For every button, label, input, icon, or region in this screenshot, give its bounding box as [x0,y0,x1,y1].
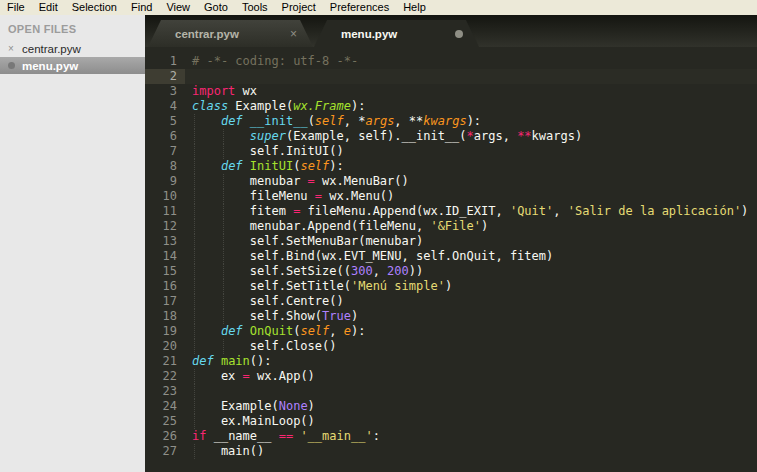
code-token: ) [741,204,748,218]
code-token: self.Centre() [192,294,344,308]
code-line-8[interactable]: def InitUI(self): [185,159,757,174]
code-token: main [221,354,250,368]
code-token [192,114,221,128]
menu-item-project[interactable]: Project [275,0,323,15]
line-number: 20 [145,339,185,354]
menu-item-file[interactable]: File [0,0,32,15]
file-name-label: centrar.pyw [22,43,81,55]
code-token: 'Salir de la aplicación' [568,204,741,218]
indent-guide [223,339,224,354]
tab-centrar.pyw[interactable]: centrar.pyw× [148,20,313,47]
code-line-12[interactable]: menubar.Append(fileMenu, '&File') [185,219,757,234]
code-token: True [322,309,351,323]
menu-item-preferences[interactable]: Preferences [323,0,396,15]
code-token: self.SetSize(( [192,264,351,278]
code-line-15[interactable]: self.SetSize((300, 200)) [185,264,757,279]
code-token: Example( [228,99,293,113]
code-token: * [467,129,474,143]
code-line-23[interactable] [185,384,757,399]
code-line-1[interactable]: # -*- coding: utf-8 -*- [185,54,757,69]
code-line-10[interactable]: fileMenu = wx.Menu() [185,189,757,204]
code-line-13[interactable]: self.SetMenuBar(menubar) [185,234,757,249]
code-line-9[interactable]: menubar = wx.MenuBar() [185,174,757,189]
line-number: 12 [145,219,185,234]
code-token [243,324,250,338]
line-number: 23 [145,384,185,399]
code-token: self.Bind(wx.EVT_MENU, self.OnQuit, fite… [192,249,553,263]
code-token: 'Quit' [510,204,553,218]
code-line-25[interactable]: ex.MainLoop() [185,414,757,429]
tab-menu.pyw[interactable]: menu.pyw [314,20,479,47]
code-token: args, [474,129,517,143]
indent-guide [194,264,195,279]
line-number: 22 [145,369,185,384]
editor-window: FileEditSelectionFindViewGotoToolsProjec… [0,0,757,472]
indent-guide [194,294,195,309]
code-line-2[interactable] [185,69,757,84]
code-token: (Example, self).__init__( [286,129,467,143]
code-line-7[interactable]: self.InitUI() [185,144,757,159]
indent-guide [223,264,224,279]
menu-item-edit[interactable]: Edit [32,0,65,15]
code-token: ) [445,279,452,293]
code-token: wx [235,84,257,98]
sidebar-file-centrar.pyw[interactable]: ×centrar.pyw [0,40,145,57]
code-token: def [192,354,214,368]
code-line-27[interactable]: main() [185,444,757,459]
code-token: ): [351,99,365,113]
menu-bar: FileEditSelectionFindViewGotoToolsProjec… [0,0,757,15]
code-line-3[interactable]: import wx [185,84,757,99]
code-line-17[interactable]: self.Centre() [185,294,757,309]
code-token: wx.Frame [293,99,351,113]
menu-item-selection[interactable]: Selection [65,0,124,15]
code-token: args [365,114,394,128]
code-token [243,114,250,128]
code-token [192,324,221,338]
indent-guide [194,219,195,234]
code-area[interactable]: 1234567891011121314151617181920212223242… [145,47,757,472]
indent-guide [223,144,224,159]
code-token: __name__ [206,429,278,443]
menu-item-goto[interactable]: Goto [197,0,235,15]
indent-guide [194,114,195,129]
code-line-20[interactable]: self.Close() [185,339,757,354]
code-line-26[interactable]: if __name__ == '__main__': [185,429,757,444]
line-number: 27 [145,444,185,459]
code-token: ) [481,219,488,233]
code-line-11[interactable]: fitem = fileMenu.Append(wx.ID_EXIT, 'Qui… [185,204,757,219]
close-file-icon[interactable]: × [8,44,22,54]
indent-guide [223,234,224,249]
sidebar: OPEN FILES ×centrar.pywmenu.pyw [0,15,145,472]
code-line-22[interactable]: ex = wx.App() [185,369,757,384]
code-line-18[interactable]: self.Show(True) [185,309,757,324]
code-token: = [315,189,322,203]
code-token: ex.MainLoop() [192,414,315,428]
code-line-16[interactable]: self.SetTitle('Menú simple') [185,279,757,294]
line-number: 13 [145,234,185,249]
line-number: 6 [145,129,185,144]
code-token [192,129,250,143]
code-line-21[interactable]: def main(): [185,354,757,369]
code-token: self.Show( [192,309,322,323]
menu-item-help[interactable]: Help [396,0,433,15]
menu-item-tools[interactable]: Tools [235,0,275,15]
indent-guide [194,369,195,384]
code-line-6[interactable]: super(Example, self).__init__(*args, **k… [185,129,757,144]
code-token: def [221,114,243,128]
line-number: 18 [145,309,185,324]
code-line-24[interactable]: Example(None) [185,399,757,414]
code-line-14[interactable]: self.Bind(wx.EVT_MENU, self.OnQuit, fite… [185,249,757,264]
indent-guide [194,384,195,399]
tab-close-icon[interactable]: × [290,27,297,41]
sidebar-file-menu.pyw[interactable]: menu.pyw [0,57,145,74]
code-lines[interactable]: # -*- coding: utf-8 -*-import wxclass Ex… [185,54,757,472]
open-files-header: OPEN FILES [0,15,145,40]
code-line-4[interactable]: class Example(wx.Frame): [185,99,757,114]
menu-item-view[interactable]: View [159,0,197,15]
file-name-label: menu.pyw [22,60,78,72]
code-line-5[interactable]: def __init__(self, *args, **kwargs): [185,114,757,129]
code-line-19[interactable]: def OnQuit(self, e): [185,324,757,339]
code-token [214,354,221,368]
code-token: __init__ [250,114,308,128]
menu-item-find[interactable]: Find [124,0,159,15]
